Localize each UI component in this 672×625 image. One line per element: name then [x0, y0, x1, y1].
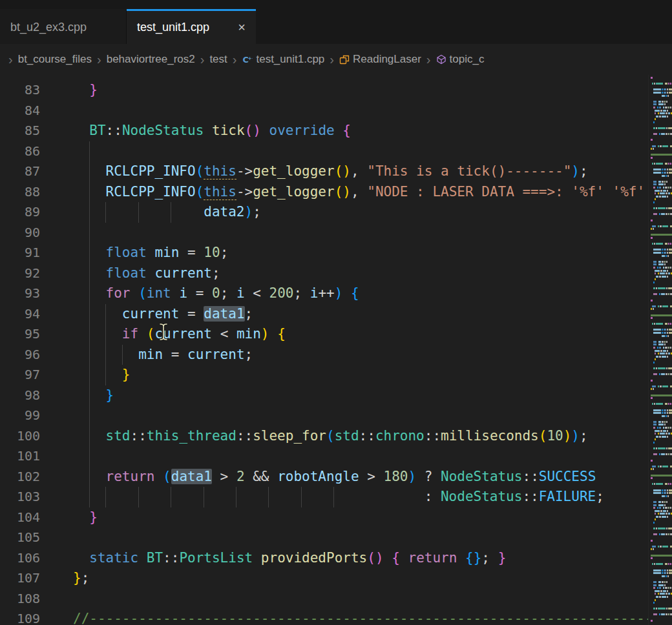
minimap-row [651, 569, 672, 571]
minimap-row [651, 125, 672, 127]
minimap-row [651, 178, 672, 179]
minimap-row [651, 228, 672, 230]
line-number[interactable]: 96 [0, 345, 73, 365]
cpp-file-icon: C++ [242, 54, 253, 65]
code-line[interactable]: float min = 10; [73, 243, 672, 263]
minimap-row [651, 222, 672, 224]
line-number[interactable]: 83 [0, 80, 73, 101]
line-number[interactable]: 108 [0, 589, 73, 610]
breadcrumb-item-test[interactable]: test [209, 53, 227, 66]
minimap-row [651, 356, 672, 358]
line-number[interactable]: 101 [0, 446, 73, 467]
line-number[interactable]: 88 [0, 182, 73, 203]
line-number[interactable]: 90 [0, 223, 73, 243]
line-number[interactable]: 104 [0, 507, 73, 528]
line-number[interactable]: 99 [0, 405, 73, 426]
code-line[interactable]: } [73, 80, 672, 101]
code-line[interactable]: current = data1; [73, 304, 672, 325]
line-number[interactable]: 85 [0, 121, 73, 141]
editor[interactable]: 8384858687888990919293949596979899100101… [0, 75, 672, 625]
breadcrumb-item-readinglaser[interactable]: ReadingLaser [339, 53, 421, 66]
minimap-row [651, 537, 672, 538]
minimap-row [651, 293, 672, 295]
code-line[interactable]: } [73, 385, 672, 406]
breadcrumb-item-test-unit1-cpp[interactable]: C++test_unit1.cpp [242, 53, 324, 66]
minimap-row [651, 192, 672, 194]
minimap-row [651, 139, 672, 141]
code-line[interactable]: //--------------------------------------… [73, 609, 672, 625]
code-line[interactable]: return (data1 > 2 && robotAngle > 180) ?… [73, 467, 672, 487]
breadcrumb-item-behaviortree-ros2[interactable]: behaviortree_ros2 [107, 53, 195, 66]
line-number[interactable]: 92 [0, 263, 73, 284]
code-line[interactable]: } [73, 365, 672, 385]
code-line[interactable] [73, 446, 672, 467]
minimap-row [651, 92, 672, 94]
minimap-row [651, 267, 672, 269]
minimap-row [651, 103, 672, 105]
minimap-row [651, 528, 672, 529]
code-line[interactable] [73, 141, 672, 162]
code-line[interactable]: static BT::PortsList providedPorts() { r… [73, 548, 672, 569]
code-line[interactable] [73, 528, 672, 548]
code-line[interactable]: data2); [73, 202, 672, 223]
tab-test_unit1-cpp[interactable]: test_unit1.cpp × [127, 9, 256, 44]
code-line[interactable]: : NodeStatus::FAILURE; [73, 487, 672, 507]
minimap-row [651, 133, 672, 135]
tab-bt_u2_ex3-cpp[interactable]: bt_u2_ex3.cpp [0, 9, 127, 44]
line-number[interactable]: 87 [0, 161, 73, 182]
minimap-row [651, 391, 672, 393]
line-number[interactable]: 97 [0, 365, 73, 385]
minimap-row [651, 575, 672, 577]
code-line[interactable]: min = current; [73, 345, 672, 365]
line-number[interactable]: 103 [0, 487, 73, 507]
line-number[interactable]: 91 [0, 243, 73, 263]
minimap[interactable] [648, 75, 672, 625]
line-number[interactable]: 106 [0, 548, 73, 569]
code-line[interactable]: RCLCPP_INFO(this->get_logger(), "NODE : … [73, 182, 672, 203]
line-number[interactable]: 102 [0, 467, 73, 487]
close-icon[interactable]: × [238, 20, 246, 35]
line-number[interactable]: 100 [0, 426, 73, 447]
code-line[interactable]: std::this_thread::sleep_for(std::chrono:… [73, 426, 672, 447]
minimap-row [651, 557, 672, 559]
line-number[interactable]: 109 [0, 609, 73, 625]
code-line[interactable] [73, 223, 672, 243]
code-line[interactable] [73, 101, 672, 121]
minimap-row [651, 234, 672, 236]
code-line[interactable] [73, 405, 672, 426]
breadcrumb-expand-icon[interactable]: › [8, 53, 14, 66]
line-number[interactable]: 98 [0, 385, 73, 406]
minimap-row [651, 190, 672, 192]
code-line[interactable]: BT::NodeStatus tick() override { [73, 121, 672, 141]
breadcrumb-item-bt-course-files[interactable]: bt_course_files [18, 53, 92, 66]
minimap-row [651, 566, 672, 568]
line-number[interactable]: 107 [0, 568, 73, 589]
breadcrumb-label: behaviortree_ros2 [107, 53, 195, 66]
line-number[interactable]: 105 [0, 528, 73, 548]
code-line[interactable]: } [73, 507, 672, 528]
minimap-row [651, 504, 672, 506]
code-area[interactable]: } BT::NodeStatus tick() override { RCLCP… [73, 75, 672, 625]
minimap-row [651, 522, 672, 524]
code-line[interactable]: }; [73, 568, 672, 589]
line-number[interactable]: 89 [0, 202, 73, 223]
line-number[interactable]: 84 [0, 101, 73, 121]
minimap-row [651, 183, 672, 185]
line-number[interactable]: 93 [0, 283, 73, 304]
minimap-row [651, 198, 672, 200]
line-number[interactable]: 95 [0, 324, 73, 345]
indent-guide [89, 141, 90, 162]
minimap-row [651, 323, 672, 325]
breadcrumb-item-topic-c[interactable]: topic_c [436, 53, 485, 66]
code-line[interactable]: RCLCPP_INFO(this->get_logger(), "This is… [73, 161, 672, 182]
minimap-row [651, 249, 672, 251]
code-line[interactable]: for (int i = 0; i < 200; i++) { [73, 283, 672, 304]
line-number[interactable]: 94 [0, 304, 73, 325]
minimap-row [651, 596, 672, 598]
code-line[interactable]: float current; [73, 263, 672, 284]
minimap-row [651, 409, 672, 411]
minimap-row [651, 205, 672, 207]
minimap-row [651, 154, 672, 156]
code-line[interactable] [73, 589, 672, 610]
line-number[interactable]: 86 [0, 141, 73, 162]
